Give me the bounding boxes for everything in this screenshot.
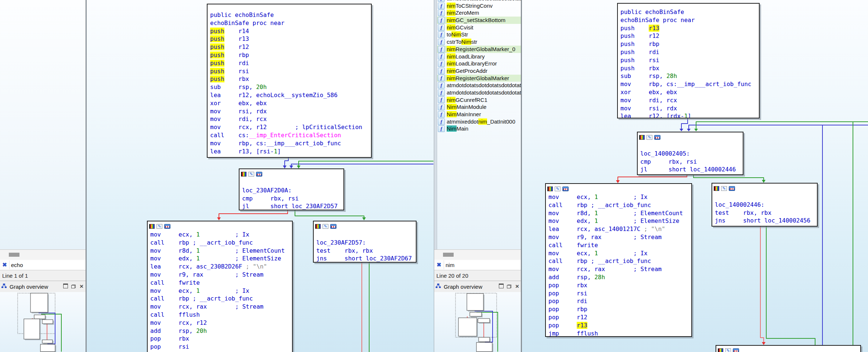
function-list-item[interactable]: fNimMainModule [437, 103, 521, 111]
basic-block-entry[interactable]: public echoBinSafeechoBinSafe proc nearp… [617, 3, 760, 118]
basic-block-loop-check[interactable]: ✎ loc_230AF2D0A:cmp rbx, rsijl short loc… [239, 168, 344, 210]
vertical-scrollbar[interactable] [434, 0, 437, 249]
block-edit-icon[interactable]: ✎ [647, 135, 652, 140]
function-name: nimGCvisit [447, 24, 473, 31]
function-list-item[interactable]: fcstrToNimstr [437, 38, 521, 46]
function-icon: f [438, 24, 445, 31]
function-icon: f [438, 60, 445, 67]
function-name: nimGCunrefRC1 [447, 96, 487, 104]
block-group-icon[interactable] [330, 224, 336, 229]
filter-bar: ✖ [0, 260, 86, 270]
function-icon: f [438, 3, 445, 9]
function-list-item[interactable]: fatmdotdotatsdotdotatsdotdotat [437, 82, 521, 89]
function-list-item[interactable]: fnimLoadLibraryError [437, 60, 521, 67]
filter-bar: ✖ [434, 260, 521, 270]
maximize-button[interactable] [61, 284, 69, 289]
horizontal-scrollbar[interactable] [0, 249, 86, 260]
function-list-item[interactable]: fnimRegisterGlobalMarker_0 [437, 46, 521, 53]
block-edit-icon[interactable]: ✎ [721, 186, 727, 191]
function-list-item[interactable]: fnimToCStringConv [437, 2, 521, 10]
function-icon: f [438, 39, 445, 45]
float-button[interactable] [505, 284, 513, 289]
graph-overview-titlebar: Graph overview × [434, 281, 521, 292]
basic-block-sign-test[interactable]: ✎ loc_230AF2D57:test rbx, rbxjns short l… [313, 221, 417, 263]
function-name: nimLoadLibrary [447, 53, 485, 60]
function-list-item[interactable]: fatmmixeddotnim_DatInit000 [437, 118, 521, 125]
function-list-empty-area[interactable] [0, 0, 86, 249]
basic-block-entry[interactable]: public echoBinSafeechoBinSafe proc nearp… [207, 4, 372, 158]
graph-view-right[interactable]: public echoBinSafeechoBinSafe proc nearp… [522, 0, 868, 352]
function-icon: f [438, 89, 445, 96]
close-icon[interactable]: × [513, 284, 521, 289]
graph-overview-minimap[interactable] [434, 292, 521, 352]
function-icon: f [438, 118, 445, 125]
function-icon: f [438, 82, 445, 89]
close-icon[interactable]: × [78, 284, 86, 289]
function-list-item[interactable]: fnimGC_setStackBottom [437, 17, 521, 24]
block-group-icon[interactable] [654, 135, 660, 140]
block-color-icon[interactable] [149, 224, 155, 229]
block-edit-icon[interactable]: ✎ [323, 224, 328, 229]
block-color-icon[interactable] [315, 224, 321, 229]
function-list-item[interactable]: fnimZeroMem [437, 9, 521, 17]
block-edit-icon[interactable]: ✎ [248, 172, 254, 177]
block-color-icon[interactable] [718, 348, 723, 352]
function-icon: f [438, 53, 445, 60]
function-list-item[interactable]: fnimRegisterGlobalMarker [437, 75, 521, 82]
function-name: nimRegisterGlobalMarker_0 [447, 46, 515, 53]
block-group-icon[interactable] [733, 348, 739, 352]
block-color-icon[interactable] [241, 172, 246, 177]
basic-block-bottom-partial[interactable]: ✎ [716, 345, 861, 352]
basic-block-loop-check[interactable]: ✎ loc_140002405:cmp rbx, rsijl short loc… [637, 132, 743, 175]
float-button[interactable] [69, 284, 78, 289]
function-list-item[interactable]: fnimGCvisit [437, 24, 521, 31]
graph-overview-minimap[interactable] [0, 292, 86, 352]
functions-panel-middle: fatmdotdotatsdotdotatsdotdotatfnimToCStr… [434, 0, 521, 352]
graph-view-left[interactable]: public echoBinSafeechoBinSafe proc nearp… [87, 0, 434, 352]
function-list-item[interactable]: fnimLoadLibrary [437, 53, 521, 60]
function-name: atmmixeddotnim_DatInit000 [447, 118, 515, 125]
function-list-item[interactable]: fnimGCunrefRC1 [437, 96, 521, 104]
basic-block-fwrite-exit[interactable]: ✎ mov ecx, 1 ; Ixcall rbp ; __acrt_iob_f… [545, 183, 692, 337]
function-list-item[interactable]: fNimMainInner [437, 111, 521, 118]
function-name: nimToCStringConv [447, 2, 493, 10]
block-group-icon[interactable] [256, 172, 262, 177]
filter-input[interactable] [9, 260, 86, 269]
scrollbar-thumb[interactable] [443, 253, 454, 257]
filter-input[interactable] [444, 260, 521, 269]
function-name: NimMainModule [447, 103, 486, 111]
block-group-icon[interactable] [562, 186, 569, 191]
function-name: toNimStr [447, 31, 468, 38]
function-list-item[interactable]: fatmdotdotatsdotdotatsdotdotat [437, 89, 521, 96]
status-line: Line 1 of 1 [0, 270, 86, 281]
function-icon: f [438, 31, 445, 38]
function-icon: f [438, 46, 445, 53]
block-color-icon[interactable] [639, 135, 645, 140]
horizontal-scrollbar[interactable] [434, 249, 521, 260]
function-name: nimLoadLibraryError [447, 60, 497, 67]
graph-overview-icon [0, 284, 8, 289]
function-name: NimMainInner [447, 111, 481, 118]
maximize-button[interactable] [497, 284, 505, 289]
basic-block-sign-test[interactable]: ✎ loc_140002446:test rbx, rbxjns short l… [712, 183, 818, 227]
block-edit-icon[interactable]: ✎ [725, 348, 731, 352]
block-group-icon[interactable] [729, 186, 735, 191]
clear-filter-icon[interactable]: ✖ [434, 262, 444, 268]
basic-block-fwrite-exit[interactable]: ✎ mov ecx, 1 ; Ixcall rbp ; __acrt_iob_f… [147, 221, 293, 352]
block-edit-icon[interactable]: ✎ [156, 224, 162, 229]
function-name: nimGetProcAddr [447, 67, 487, 75]
function-list-item[interactable]: fnimGetProcAddr [437, 67, 521, 75]
block-color-icon[interactable] [714, 186, 719, 191]
clear-filter-icon[interactable]: ✖ [0, 262, 9, 268]
function-list-item[interactable]: fNimMain [437, 125, 521, 132]
block-edit-icon[interactable]: ✎ [555, 186, 561, 191]
graph-overview-icon [434, 284, 442, 289]
function-name: nimGC_setStackBottom [447, 17, 505, 24]
status-line: Line 20 of 20 [434, 270, 521, 281]
scrollbar-thumb[interactable] [9, 253, 19, 257]
function-icon: f [438, 17, 445, 24]
function-list-item[interactable]: ftoNimStr [437, 31, 521, 38]
block-color-icon[interactable] [547, 186, 553, 191]
block-group-icon[interactable] [164, 224, 170, 229]
function-name: NimMain [447, 125, 468, 132]
